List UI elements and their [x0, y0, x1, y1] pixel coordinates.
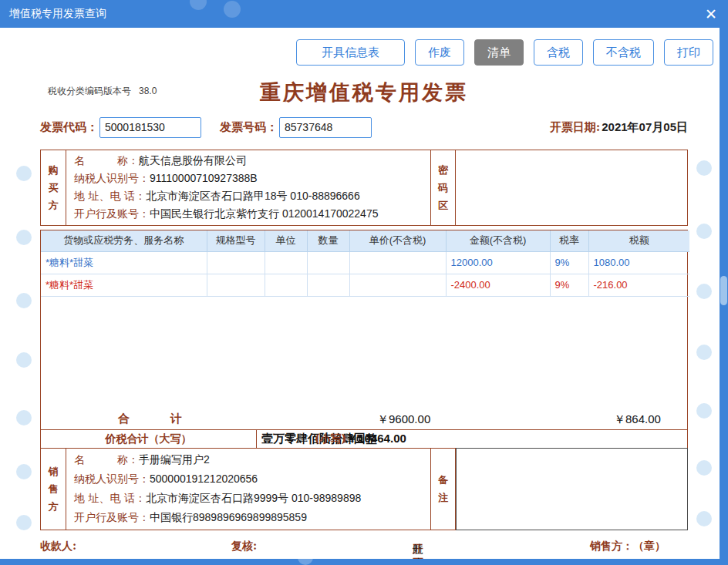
- remark-area: [456, 449, 687, 530]
- decorative-dot: [696, 284, 712, 299]
- toolbar: 开具信息表 作废 清单 含税 不含税 打印: [0, 28, 720, 72]
- invoice-date: 开票日期:2021年07月05日: [550, 120, 688, 135]
- buyer-name-row: 名 称：航天信息股份有限公司: [74, 154, 423, 168]
- decorative-dot: [224, 1, 241, 18]
- tax-code-version-value: 38.0: [139, 86, 157, 96]
- col-header-amount: 金额(不含税): [446, 230, 550, 251]
- items-table: 货物或应税劳务、服务名称 规格型号 单位 数量 单价(不含税) 金额(不含税) …: [40, 230, 688, 430]
- dialog-content: 开具信息表 作废 清单 含税 不含税 打印 税收分类编码版本号38.0 重庆增值…: [0, 28, 720, 559]
- window-title: 增值税专用发票查询: [9, 7, 106, 21]
- col-header-spec: 规格型号: [207, 230, 265, 251]
- items-header-row: 货物或应税劳务、服务名称 规格型号 单位 数量 单价(不含税) 金额(不含税) …: [41, 230, 689, 251]
- col-header-name: 货物或应税劳务、服务名称: [41, 230, 207, 251]
- scrollbar-thumb[interactable]: [720, 276, 727, 305]
- buyer-section: 购 买 方 名 称：航天信息股份有限公司 纳税人识别号：911100007109…: [40, 150, 688, 226]
- remark-label: 备 注: [430, 449, 456, 530]
- decorative-dot: [16, 464, 32, 479]
- buyer-taxid-row: 纳税人识别号：91110000710927388B: [74, 172, 423, 186]
- buyer-info: 名 称：航天信息股份有限公司 纳税人识别号：91110000710927388B…: [66, 150, 430, 225]
- decorative-dot: [696, 345, 712, 360]
- seller-info: 名 称：手册编写用户2 纳税人识别号：500000191212020656 地 …: [66, 449, 430, 530]
- col-header-price: 单价(不含税): [349, 230, 446, 251]
- decorative-dot: [696, 403, 712, 419]
- decorative-dot: [16, 230, 32, 245]
- seller-bank-row: 开户行及账号：中国银行8989896969899895859: [74, 511, 423, 525]
- col-header-qty: 数量: [307, 230, 349, 251]
- drawer-name: 航小航: [413, 543, 423, 559]
- tax-included-button[interactable]: 含税: [534, 39, 583, 66]
- invoice-code-row: 发票代码： 发票号码： 开票日期:2021年07月05日: [40, 114, 688, 140]
- issue-info-form-button[interactable]: 开具信息表: [296, 39, 405, 66]
- item-row[interactable]: *糖料*甜菜 12000.00 9% 1080.00: [41, 251, 689, 274]
- invoice-number-label: 发票号码：: [220, 120, 278, 135]
- payee-label: 收款人:: [40, 540, 76, 553]
- invoice-header: 税收分类编码版本号38.0 重庆增值税专用发票: [40, 72, 688, 111]
- numeric-label: (小写): [315, 432, 346, 445]
- remark-box: [456, 448, 688, 530]
- grand-total-label: 价税合计（大写）: [41, 430, 257, 448]
- decorative-dot: [16, 515, 32, 530]
- buyer-side-label: 购 买 方: [41, 150, 66, 225]
- col-header-rate: 税率: [550, 230, 588, 251]
- seller-address-row: 地 址、电 话：北京市海淀区杏石口路9999号 010-98989898: [74, 492, 423, 506]
- decorative-dot: [16, 293, 32, 308]
- password-area-label: 密 码 区: [430, 150, 456, 225]
- total-amount: ￥9600.00: [377, 412, 430, 427]
- title-bar: 增值税专用发票查询 ✕: [0, 0, 728, 28]
- seller-stamp-label: 销售方：（章）: [590, 540, 666, 553]
- total-label: 合 计: [118, 412, 184, 426]
- decorative-dot: [696, 224, 712, 239]
- decorative-dot: [16, 410, 32, 425]
- total-tax: ￥864.00: [614, 412, 661, 427]
- decorative-dot: [696, 511, 712, 526]
- buyer-bank-row: 开户行及账号：中国民生银行北京紫竹支行 0120014170022475: [74, 207, 423, 221]
- tax-code-version-label: 税收分类编码版本号: [48, 86, 131, 96]
- close-icon[interactable]: ✕: [705, 7, 717, 22]
- invoice-date-label: 开票日期:: [550, 120, 601, 134]
- buyer-address-row: 地 址、电 话：北京市海淀区杏石口路甲18号 010-88896666: [74, 190, 423, 203]
- grand-total-row: 价税合计（大写） 壹万零肆佰陆拾肆圆整 (小写)￥10464.00: [40, 430, 688, 449]
- seller-name-row: 名 称：手册编写用户2: [74, 453, 423, 467]
- invoice-code-label: 发票代码：: [40, 120, 98, 135]
- numeric-value: ￥10464.00: [346, 432, 406, 445]
- decorative-dot: [16, 352, 32, 368]
- decorative-dot: [696, 460, 712, 476]
- items-empty-area: [41, 296, 689, 409]
- invoice-body: 税收分类编码版本号38.0 重庆增值税专用发票 发票代码： 发票号码： 开票日期…: [40, 72, 688, 530]
- col-header-unit: 单位: [265, 230, 307, 251]
- seller-section: 销 售 方 名 称：手册编写用户2 纳税人识别号：500000191212020…: [40, 449, 688, 530]
- password-area: [456, 150, 687, 225]
- decorative-dot: [190, 0, 207, 10]
- void-button[interactable]: 作废: [415, 39, 464, 66]
- seller-taxid-row: 纳税人识别号：500000191212020656: [74, 473, 423, 486]
- item-row[interactable]: *糖料*甜菜 -2400.00 9% -216.00: [41, 274, 689, 296]
- reviewer-label: 复核:: [231, 540, 257, 553]
- decorative-dot: [16, 166, 32, 181]
- items-total-row: 合 计 ￥9600.00 ￥864.00: [41, 409, 689, 429]
- tax-code-version: 税收分类编码版本号38.0: [48, 85, 157, 98]
- invoice-query-dialog: 增值税专用发票查询 ✕ 开具信息表 作废 清单 含税 不含税 打印: [0, 0, 728, 565]
- grand-total-numeric: (小写)￥10464.00: [315, 432, 406, 446]
- invoice-code-input[interactable]: [99, 117, 201, 138]
- seller-side-label: 销 售 方: [41, 449, 66, 530]
- invoice-date-value: 2021年07月05日: [602, 120, 688, 133]
- invoice-footer: 收款人: 复核: 开票人:航小航 销售方：（章）: [40, 536, 688, 558]
- invoice-number-input[interactable]: [279, 117, 372, 138]
- list-button[interactable]: 清单: [474, 39, 524, 66]
- tax-excluded-button[interactable]: 不含税: [593, 39, 654, 66]
- print-button[interactable]: 打印: [664, 39, 713, 66]
- col-header-tax: 税额: [588, 230, 689, 251]
- decorative-dot: [696, 160, 712, 176]
